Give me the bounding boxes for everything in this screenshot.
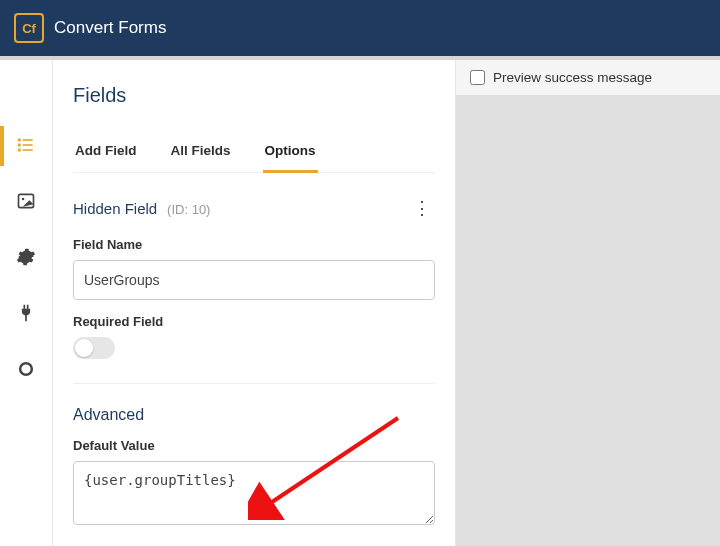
advanced-heading: Advanced [73,406,435,424]
svg-point-4 [18,148,21,151]
field-name-group: Field Name [73,237,435,300]
required-toggle[interactable] [73,337,115,359]
app-logo: Cf [14,13,44,43]
vertical-dots-icon: ⋮ [413,198,431,218]
divider [73,383,435,384]
preview-area: Preview success message [456,60,720,546]
sidebar-rail [0,60,52,546]
field-id-label: (ID: 10) [167,202,210,217]
preview-toolbar: Preview success message [456,60,720,96]
tab-add-field[interactable]: Add Field [73,131,139,172]
rail-settings[interactable] [0,244,52,272]
svg-point-0 [18,138,21,141]
rail-fields[interactable] [0,132,52,160]
circle-icon [16,359,36,382]
field-name-label: Field Name [73,237,435,252]
preview-success-checkbox[interactable] [470,70,485,85]
panel-title: Fields [73,60,435,113]
fields-panel: Fields Add Field All Fields Options Hidd… [52,60,456,546]
main-layout: Fields Add Field All Fields Options Hidd… [0,60,720,546]
required-group: Required Field [73,314,435,359]
rail-more[interactable] [0,356,52,384]
tab-all-fields[interactable]: All Fields [169,131,233,172]
svg-rect-5 [23,149,33,151]
svg-rect-1 [23,139,33,141]
tab-options[interactable]: Options [263,131,318,172]
preview-success-label: Preview success message [493,70,652,85]
toggle-knob [75,339,93,357]
default-value-label: Default Value [73,438,435,453]
rail-integrations[interactable] [0,300,52,328]
field-heading-row: Hidden Field (ID: 10) ⋮ [73,173,435,223]
svg-rect-3 [23,144,33,146]
fields-list-icon [16,135,36,158]
svg-point-7 [22,197,24,200]
rail-design[interactable] [0,188,52,216]
gear-icon [16,247,36,270]
default-value-input[interactable] [73,461,435,525]
panel-tabs: Add Field All Fields Options [73,131,435,173]
app-title: Convert Forms [54,18,166,38]
image-icon [16,191,36,214]
app-header: Cf Convert Forms [0,0,720,56]
required-label: Required Field [73,314,435,329]
plug-icon [16,303,36,326]
field-name-input[interactable] [73,260,435,300]
field-actions-menu[interactable]: ⋮ [409,195,435,221]
field-type-label: Hidden Field [73,200,157,217]
default-value-group: Default Value [73,438,435,528]
svg-point-2 [18,143,21,146]
svg-point-8 [20,363,32,375]
